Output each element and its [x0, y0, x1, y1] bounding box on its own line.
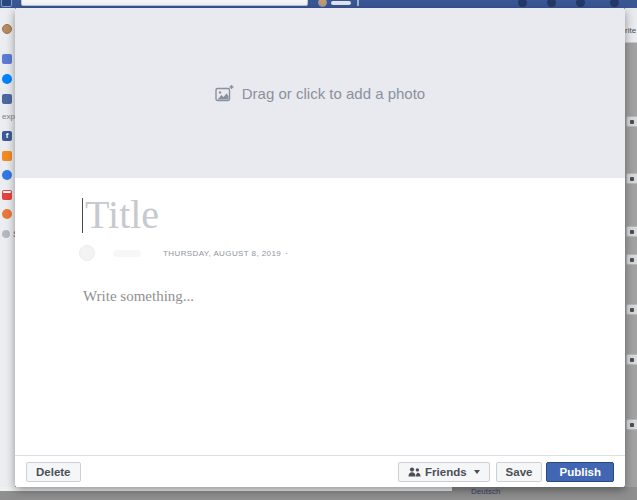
left-sidebar: J N M W explo f V F G E [0, 8, 15, 487]
note-card-button[interactable] [626, 173, 637, 184]
right-column: rite [625, 8, 637, 487]
cover-photo-dropzone[interactable]: Drag or click to add a photo [15, 8, 625, 178]
note-card-button[interactable] [626, 254, 637, 265]
profile-avatar [2, 24, 12, 34]
facebook-logo-icon[interactable] [1, 0, 12, 7]
sidebar-item-pages[interactable]: F [2, 151, 15, 161]
language-link[interactable]: Deutsch [471, 487, 500, 496]
explore-header-label: explo [2, 112, 15, 121]
sidebar-explore-header: explo [2, 112, 15, 121]
profile-name[interactable] [331, 1, 351, 5]
sidebar-item-profile[interactable]: J [2, 24, 15, 34]
facebook-navbar [0, 0, 637, 8]
note-card-button[interactable] [626, 419, 637, 430]
author-row: THURSDAY, AUGUST 8, 2019 · [79, 245, 288, 261]
author-name [113, 250, 141, 257]
date-separator: · [285, 248, 288, 258]
sidebar-item-fundraisers[interactable]: F [2, 209, 15, 219]
note-date: THURSDAY, AUGUST 8, 2019 [163, 249, 281, 258]
news-feed-icon [2, 54, 12, 64]
search-input[interactable] [21, 0, 308, 6]
sidebar-item-see-more[interactable]: S [2, 229, 15, 239]
note-card-button[interactable] [626, 354, 637, 365]
sidebar-item-messenger[interactable]: M [2, 74, 15, 84]
note-body-input[interactable]: Write something... [83, 288, 194, 305]
sidebar-item-page[interactable]: f V [2, 131, 15, 141]
see-more-icon [2, 230, 10, 238]
composer-footer: Delete Friends Save Publish [15, 455, 625, 487]
note-card-button[interactable] [626, 226, 637, 237]
facebook-page-icon: f [2, 131, 12, 141]
notifications-icon[interactable] [576, 0, 585, 7]
pages-icon [2, 151, 12, 161]
note-card-button[interactable] [626, 304, 637, 315]
events-icon [2, 190, 12, 200]
friend-requests-icon[interactable] [518, 0, 527, 7]
save-button[interactable]: Save [496, 462, 543, 482]
audience-label: Friends [425, 466, 467, 478]
page-footer: Deutsch [0, 487, 637, 500]
note-title-input[interactable]: Title [85, 193, 159, 237]
sidebar-item-events[interactable]: E [2, 190, 15, 200]
write-a-note-button[interactable]: rite [625, 26, 636, 35]
groups-icon [2, 170, 12, 180]
sidebar-item-watch[interactable]: W [2, 94, 15, 104]
friends-icon [408, 467, 421, 477]
messenger-icon[interactable] [547, 0, 556, 7]
watch-icon [2, 94, 12, 104]
footer-light-strip [0, 487, 452, 491]
screen: J N M W explo f V F G E [0, 0, 637, 500]
sidebar-item-groups[interactable]: G [2, 170, 15, 180]
photo-dropzone-label: Drag or click to add a photo [242, 85, 425, 102]
help-icon[interactable] [610, 0, 619, 7]
note-composer-modal: Drag or click to add a photo Title THURS… [15, 8, 625, 487]
author-avatar [79, 245, 95, 261]
profile-avatar[interactable] [318, 0, 327, 7]
delete-button[interactable]: Delete [26, 462, 81, 482]
sidebar-item-news-feed[interactable]: N [2, 54, 15, 64]
navbar-divider [357, 0, 359, 6]
note-card-button[interactable] [626, 116, 637, 127]
chevron-down-icon [474, 470, 480, 474]
text-cursor [82, 198, 83, 233]
audience-selector-button[interactable]: Friends [398, 462, 490, 482]
notes-header: rite [625, 8, 637, 43]
fundraisers-icon [2, 209, 12, 219]
messenger-icon [2, 74, 12, 84]
add-photo-icon [215, 85, 234, 102]
publish-button[interactable]: Publish [546, 462, 614, 482]
